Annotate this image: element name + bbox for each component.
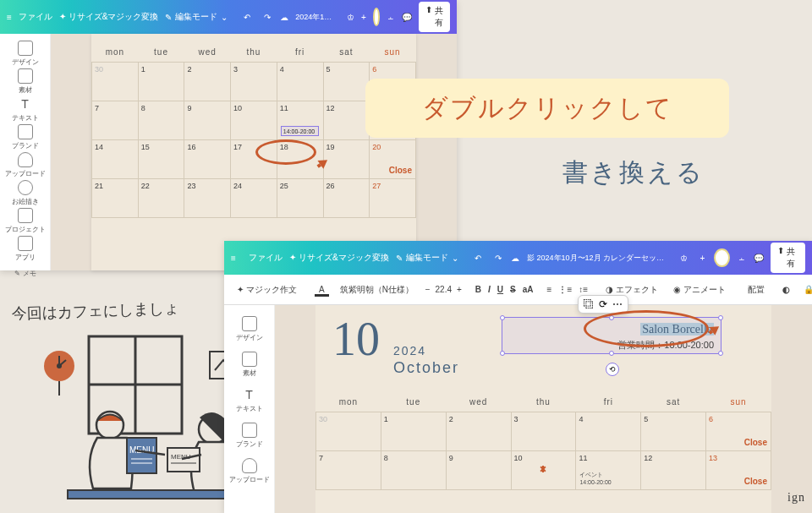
redo-icon[interactable]: ↷ [492, 254, 504, 263]
instruction-subtext: 書き換える [562, 156, 705, 190]
sidebar-text[interactable]: Tテキスト [228, 383, 271, 417]
undo-icon[interactable]: ↶ [472, 254, 484, 263]
sidebar-design[interactable]: デザイン [228, 312, 271, 346]
sidebar-projects[interactable]: プロジェクト [4, 208, 47, 234]
magic-write[interactable]: ✦ マジック作文 [233, 281, 301, 298]
sidebar-text[interactable]: Tテキスト [4, 96, 47, 123]
duplicate-icon[interactable]: ⟳ [599, 298, 607, 310]
cal-month: October [393, 359, 459, 377]
strike[interactable]: S [510, 285, 516, 294]
rotate-handle[interactable]: ⟲ [606, 363, 619, 376]
sidebar-brand[interactable]: ブランド [228, 418, 271, 452]
sidebar-brand[interactable]: ブランド [4, 124, 47, 150]
burst-icon [535, 466, 551, 481]
font-color[interactable]: A [315, 282, 329, 297]
sidebar-apps[interactable]: アプリ [4, 236, 47, 262]
plus-icon[interactable]: + [361, 13, 366, 22]
chat-icon[interactable]: 💬 [754, 254, 764, 263]
italic[interactable]: I [488, 285, 491, 294]
sidebar-elements[interactable]: 素材 [4, 68, 47, 95]
share-button[interactable]: ⬆共有 [771, 243, 805, 273]
topbar-2: ≡ ファイル リサイズ&マジック変換 編集モード ↶ ↷ ☁ 影 2024年10… [224, 241, 812, 275]
more-icon[interactable]: ⋯ [612, 298, 623, 310]
cloud-icon[interactable]: ☁ [280, 13, 288, 22]
cloud-icon[interactable]: ☁ [511, 254, 520, 263]
sidebar-design[interactable]: デザイン [4, 41, 47, 67]
file-menu[interactable]: ファイル [19, 11, 52, 23]
font-select[interactable]: 筑紫明朝（N仕様） [336, 281, 412, 298]
chart-icon[interactable]: ⫠ [737, 254, 746, 263]
share-button[interactable]: ⬆共有 [419, 2, 450, 32]
case[interactable]: aA [523, 285, 534, 294]
animate[interactable]: ◉ アニメート [669, 281, 730, 298]
align[interactable]: ≡ [547, 285, 552, 294]
floating-toolbar[interactable]: ⿻ ⟳ ⋯ [578, 295, 628, 314]
calendar-area-1: montuewed thufrisat sun 30123456 7891011… [51, 34, 457, 270]
sidebar-elements[interactable]: 素材 [228, 347, 271, 381]
redo-icon[interactable]: ↷ [261, 13, 273, 22]
avatar[interactable] [373, 8, 380, 26]
lock[interactable]: 🔒 [804, 285, 812, 294]
handwritten-caption: 今回はカフェにしましょ [12, 298, 180, 325]
sidebar-upload[interactable]: アップロード [228, 454, 271, 488]
sidebar-draw[interactable]: お絵描き [4, 180, 47, 206]
calendar-area-2: 10 2024 October Salon Borcelle 営業時間：10:0… [275, 305, 812, 513]
transparency[interactable]: ◐ [782, 285, 790, 294]
resize-button[interactable]: リサイズ&マジック変換 [59, 11, 158, 23]
svg-rect-8 [127, 438, 156, 473]
avatar[interactable] [714, 248, 730, 267]
format-toolbar: ✦ マジック作文 A 筑紫明朝（N仕様） −22.4+ B I U S aA ≡… [224, 275, 812, 305]
file-menu[interactable]: ファイル [249, 252, 283, 264]
sidebar: デザイン 素材 Tテキスト ブランド アップロード お絵描き プロジェクト アプ… [0, 34, 51, 270]
crown-icon[interactable]: ♔ [680, 254, 691, 263]
menu-icon[interactable]: ≡ [231, 254, 242, 263]
sidebar-upload[interactable]: アップロード [4, 152, 47, 178]
bold[interactable]: B [475, 285, 481, 294]
cal-year: 2024 [393, 344, 459, 357]
sidebar-2: デザイン 素材 Tテキスト ブランド アップロード [224, 305, 275, 513]
menu-icon[interactable]: ≡ [7, 13, 12, 22]
edit-mode[interactable]: 編集モード [396, 252, 458, 264]
canvas-2: ≡ ファイル リサイズ&マジック変換 編集モード ↶ ↷ ☁ 影 2024年10… [224, 241, 812, 513]
chart-icon[interactable]: ⫠ [387, 13, 395, 22]
list[interactable]: ⋮≡ [558, 285, 572, 294]
position[interactable]: 配置 [743, 281, 769, 298]
topbar: ≡ ファイル リサイズ&マジック変換 編集モード ↶ ↷ ☁ 2024年10月〜… [0, 0, 457, 34]
doc-title[interactable]: 2024年10月〜12月 カレンダーセット シンプ… [295, 12, 333, 23]
chat-icon[interactable]: 💬 [402, 13, 412, 22]
plus-icon[interactable]: + [698, 254, 707, 263]
spacing[interactable]: ↕≡ [579, 285, 588, 294]
underline[interactable]: U [497, 285, 503, 294]
sidebar-note[interactable]: ✎ メモ [4, 269, 47, 278]
font-size[interactable]: −22.4+ [425, 285, 462, 294]
svg-rect-16 [68, 490, 245, 499]
resize-button[interactable]: リサイズ&マジック変換 [289, 252, 388, 264]
copy-icon[interactable]: ⿻ [584, 298, 594, 310]
edit-mode[interactable]: 編集モード [165, 11, 228, 23]
watermark: ign [787, 491, 805, 505]
selected-text-box[interactable]: Salon Borcelle 営業時間：10:00-20:00 [502, 317, 721, 354]
bubble-text: ダブルクリックして [422, 91, 673, 126]
crown-icon[interactable]: ♔ [347, 13, 354, 22]
doc-title[interactable]: 影 2024年10月〜12月 カレンダーセット シンプ… [527, 253, 667, 264]
cal-month-num: 10 [332, 312, 380, 366]
instruction-bubble: ダブルクリックして [365, 79, 729, 138]
undo-icon[interactable]: ↶ [241, 13, 253, 22]
